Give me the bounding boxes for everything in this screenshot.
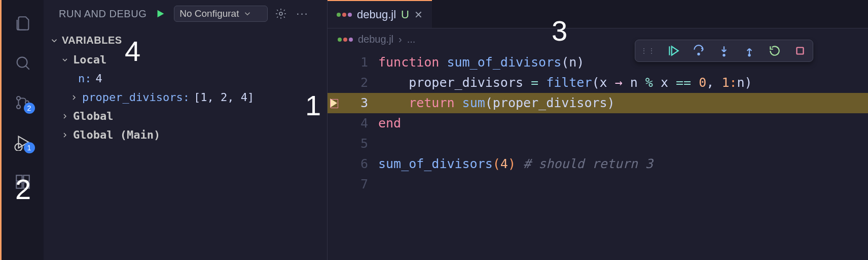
line-number: 6 — [340, 154, 378, 174]
more-icon[interactable]: ··· — [294, 6, 310, 22]
editor-area: debug.jl U ✕ debug.jl › ... 1 function s… — [328, 0, 868, 260]
breadcrumb-sep: › — [399, 34, 402, 45]
source-control-icon[interactable]: 2 — [11, 90, 35, 115]
svg-rect-13 — [797, 48, 804, 54]
var-pd-name: proper_divisors: — [82, 91, 190, 104]
variables-section: VARIABLES Local n: 4 proper_divisors: [1… — [44, 27, 327, 147]
svg-point-9 — [279, 12, 282, 15]
scm-badge: 2 — [24, 103, 35, 114]
start-debug-button[interactable] — [152, 5, 169, 22]
scope-local-label: Local — [73, 53, 106, 66]
julia-icon — [337, 13, 352, 17]
debug-toolbar[interactable]: ⋮⋮ — [635, 40, 813, 62]
svg-point-2 — [16, 105, 20, 109]
breadcrumb-rest: ... — [407, 34, 416, 45]
restart-button[interactable] — [767, 43, 782, 58]
explorer-icon[interactable] — [11, 11, 35, 36]
stop-button[interactable] — [792, 43, 808, 58]
line-number: 2 — [340, 73, 378, 93]
variables-header[interactable]: VARIABLES — [44, 30, 327, 50]
panel-header: RUN AND DEBUG No Configurat ··· — [44, 0, 327, 27]
scope-global-main-label: Global (Main) — [73, 128, 160, 141]
run-debug-icon[interactable]: 1 — [11, 130, 35, 154]
step-into-button[interactable] — [716, 43, 732, 58]
line-number: 4 — [340, 113, 378, 134]
var-proper-divisors[interactable]: proper_divisors: [1, 2, 4] — [54, 88, 327, 107]
var-pd-value: [1, 2, 4] — [194, 91, 254, 104]
step-out-button[interactable] — [742, 43, 757, 58]
panel-title: RUN AND DEBUG — [59, 8, 147, 20]
extensions-icon[interactable] — [11, 170, 35, 194]
line-number: 3 — [340, 93, 378, 113]
scope-local[interactable]: Local — [54, 50, 327, 69]
svg-point-10 — [698, 53, 699, 55]
current-line-glyph — [328, 99, 340, 108]
line-number: 7 — [340, 174, 378, 194]
svg-point-12 — [748, 54, 750, 56]
debug-panel: RUN AND DEBUG No Configurat ··· VARIABLE… — [44, 0, 328, 260]
step-over-button[interactable] — [691, 43, 706, 58]
search-icon[interactable] — [11, 51, 35, 75]
breadcrumb-file: debug.jl — [358, 34, 393, 45]
variables-tree: Local n: 4 proper_divisors: [1, 2, 4] Gl… — [44, 50, 327, 144]
close-icon[interactable]: ✕ — [414, 9, 423, 21]
scope-global-main[interactable]: Global (Main) — [54, 125, 327, 144]
debug-badge: 1 — [24, 142, 35, 153]
scope-global-label: Global — [73, 110, 113, 122]
tab-modified-indicator: U — [401, 8, 409, 21]
code-editor[interactable]: 1 function sum_of_divisors(n) 2 proper_d… — [328, 50, 868, 194]
tab-debug-jl[interactable]: debug.jl U ✕ — [328, 0, 432, 28]
svg-point-1 — [16, 96, 20, 100]
svg-rect-5 — [16, 175, 22, 181]
tab-bar: debug.jl U ✕ — [328, 0, 868, 28]
line-number: 1 — [340, 52, 378, 73]
activity-bar: 2 1 — [0, 0, 44, 260]
julia-icon — [338, 38, 353, 42]
gear-icon[interactable] — [273, 6, 289, 22]
svg-point-11 — [723, 54, 725, 56]
tab-filename: debug.jl — [357, 8, 396, 21]
line-number: 5 — [340, 134, 378, 154]
config-label: No Configurat — [179, 8, 239, 19]
grip-icon[interactable]: ⋮⋮ — [640, 49, 656, 53]
var-n-name: n: — [78, 72, 92, 85]
var-n[interactable]: n: 4 — [54, 69, 327, 88]
svg-rect-7 — [23, 182, 29, 188]
continue-button[interactable] — [666, 43, 681, 58]
variables-title: VARIABLES — [62, 35, 122, 46]
svg-point-0 — [17, 57, 27, 68]
svg-rect-6 — [16, 182, 22, 188]
config-select[interactable]: No Configurat — [174, 6, 268, 22]
var-n-value: 4 — [96, 72, 102, 85]
svg-rect-8 — [23, 175, 29, 181]
scope-global[interactable]: Global — [54, 107, 327, 125]
